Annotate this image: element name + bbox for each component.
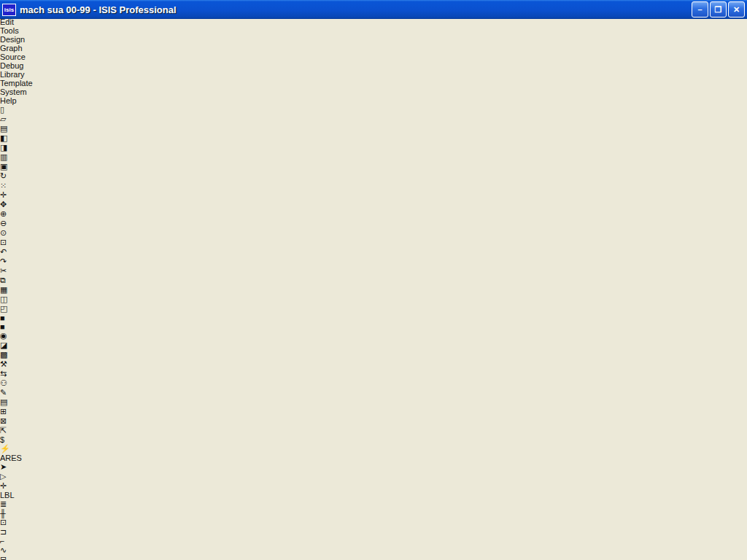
mark-output-area-icon[interactable]: ▣ — [0, 162, 747, 171]
menu-item[interactable]: Debug — [0, 61, 747, 70]
wire-autorouter-icon[interactable]: ⇆ — [0, 369, 747, 378]
zoom-area-icon[interactable]: ⊡ — [0, 238, 747, 247]
menu-item[interactable]: Library — [0, 70, 747, 79]
bom-icon[interactable]: $ — [0, 435, 747, 444]
new-file-icon[interactable]: ▯ — [0, 105, 747, 114]
tape-mode-icon[interactable]: ⊟ — [0, 555, 747, 560]
design-explorer-icon[interactable]: ▤ — [0, 397, 747, 407]
menu-item[interactable]: Graph — [0, 44, 747, 52]
packaging-tool-icon[interactable]: ▩ — [0, 350, 747, 359]
menu-item[interactable]: System — [0, 88, 747, 96]
zoom-all-icon[interactable]: ⊙ — [0, 228, 747, 238]
maximize-button[interactable]: ❐ — [710, 1, 727, 18]
menu-item[interactable]: Help — [0, 96, 747, 105]
remove-sheet-icon[interactable]: ⊠ — [0, 416, 747, 426]
electrical-check-icon[interactable]: ⚡ — [0, 444, 747, 454]
script-mode-icon[interactable]: ≣ — [0, 499, 747, 509]
menu-item[interactable]: Template — [0, 79, 747, 88]
window-title: mach sua 00-99 - ISIS Professional — [20, 4, 690, 15]
minimize-button[interactable]: – — [692, 1, 708, 18]
junction-mode-icon[interactable]: ✛ — [0, 481, 747, 491]
mode-toolbar: ➤▷✛LBL≣╫⊡⊐⌐∿⊟◉VI▦╱■●◠∞AS✛ — [0, 462, 747, 560]
save-file-icon[interactable]: ▤ — [0, 124, 747, 133]
close-button[interactable]: ✕ — [728, 1, 745, 18]
export-section-icon[interactable]: ◨ — [0, 143, 747, 152]
cut-icon[interactable]: ✂ — [0, 266, 747, 276]
graph-mode-icon[interactable]: ∿ — [0, 545, 747, 555]
print-icon[interactable]: ▥ — [0, 152, 747, 162]
block-rotate-icon[interactable]: ■ — [0, 314, 747, 322]
zoom-in-icon[interactable]: ⊕ — [0, 209, 747, 219]
import-section-icon[interactable]: ◧ — [0, 133, 747, 143]
make-device-icon[interactable]: ◪ — [0, 341, 747, 350]
copy-icon[interactable]: ⧉ — [0, 276, 747, 285]
decompose-icon[interactable]: ⚒ — [0, 359, 747, 369]
pan-icon[interactable]: ✥ — [0, 200, 747, 209]
component-mode-icon[interactable]: ▷ — [0, 472, 747, 481]
menu-item[interactable]: Design — [0, 35, 747, 44]
zoom-out-icon[interactable]: ⊖ — [0, 219, 747, 228]
main-toolbar: ▯▱▤◧◨▥▣ ↻⁙✛✥⊕⊖⊙⊡ ↶↷✂⧉▦ ◫◰■■ ◉◪▩⚒ ⇆⚇✎ ▤⊞⊠… — [0, 105, 747, 462]
origin-icon[interactable]: ✛ — [0, 190, 747, 200]
redraw-icon[interactable]: ↻ — [0, 171, 747, 181]
block-delete-icon[interactable]: ■ — [0, 322, 747, 331]
pick-device-icon[interactable]: ◉ — [0, 331, 747, 341]
property-assignment-icon[interactable]: ✎ — [0, 388, 747, 397]
block-move-icon[interactable]: ◰ — [0, 304, 747, 314]
open-file-icon[interactable]: ▱ — [0, 114, 747, 124]
new-sheet-icon[interactable]: ⊞ — [0, 407, 747, 416]
title-bar[interactable]: isis mach sua 00-99 - ISIS Professional … — [0, 0, 747, 19]
wire-label-mode-icon[interactable]: LBL — [0, 491, 747, 499]
subcircuit-mode-icon[interactable]: ⊡ — [0, 518, 747, 527]
isis-application-window: isis mach sua 00-99 - ISIS Professional … — [0, 0, 747, 560]
pin-mode-icon[interactable]: ⌐ — [0, 537, 747, 545]
bus-mode-icon[interactable]: ╫ — [0, 509, 747, 518]
terminal-mode-icon[interactable]: ⊐ — [0, 527, 747, 537]
menu-item[interactable]: Source — [0, 52, 747, 61]
undo-icon[interactable]: ↶ — [0, 247, 747, 257]
goto-sheet-icon[interactable]: ⇱ — [0, 426, 747, 435]
ares-icon[interactable]: ARES — [0, 454, 747, 462]
redo-icon[interactable]: ↷ — [0, 257, 747, 266]
search-tag-icon[interactable]: ⚇ — [0, 378, 747, 388]
block-copy-icon[interactable]: ◫ — [0, 295, 747, 304]
app-logo-icon: isis — [2, 4, 16, 16]
paste-icon[interactable]: ▦ — [0, 285, 747, 295]
menu-item[interactable]: Tools — [0, 26, 747, 35]
toggle-grid-icon[interactable]: ⁙ — [0, 181, 747, 190]
selection-mode-icon[interactable]: ➤ — [0, 462, 747, 472]
